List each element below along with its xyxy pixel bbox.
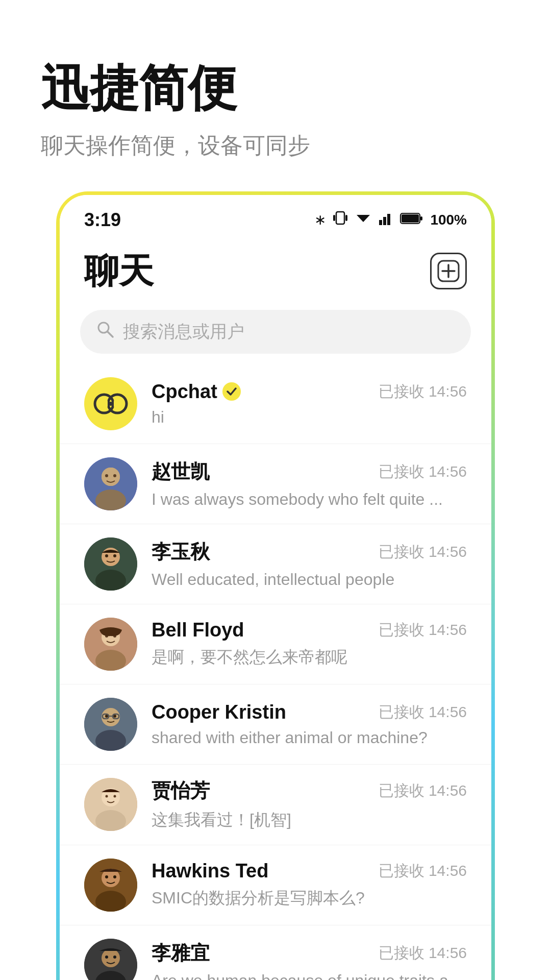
chat-content-hawkins: Hawkins Ted 已接收 14:56 SMIC的数据分析是写脚本么? (152, 860, 467, 910)
svg-point-24 (105, 474, 108, 477)
wifi-icon (355, 211, 372, 229)
svg-rect-18 (114, 400, 121, 408)
chat-name-li: 李玉秋 (152, 539, 210, 565)
svg-rect-4 (379, 220, 382, 225)
avatar-hawkins (84, 859, 137, 912)
avatar-bell (84, 618, 137, 671)
svg-rect-17 (101, 400, 108, 408)
svg-point-57 (105, 955, 108, 959)
chat-preview-cooper: shared with either animal or machine? (152, 728, 467, 747)
bluetooth-icon: ∗ (314, 211, 326, 228)
verified-badge-cpchat (222, 382, 241, 401)
chat-list: Cpchat 已接收 14:56 hi (60, 364, 491, 980)
avatar-cooper (84, 698, 137, 751)
chat-name-jia: 贾怡芳 (152, 778, 210, 804)
add-chat-button[interactable] (430, 253, 467, 289)
avatar-jia (84, 778, 137, 831)
svg-point-30 (113, 554, 116, 557)
chat-content-cooper: Cooper Kristin 已接收 14:56 shared with eit… (152, 701, 467, 747)
svg-rect-2 (345, 215, 347, 221)
svg-rect-1 (333, 215, 335, 221)
status-icons: ∗ (314, 210, 467, 230)
chat-preview-liya: Are we human because of unique traits an… (152, 971, 467, 980)
chat-time-li: 已接收 14:56 (379, 542, 467, 562)
svg-point-58 (113, 955, 116, 959)
chat-name-cooper: Cooper Kristin (152, 701, 286, 723)
status-bar: 3:19 ∗ (60, 195, 491, 236)
chat-content-cpchat: Cpchat 已接收 14:56 hi (152, 381, 467, 427)
svg-marker-3 (357, 215, 370, 222)
signal-icon (379, 211, 393, 229)
avatar-cpchat (84, 377, 137, 430)
chat-name-hawkins: Hawkins Ted (152, 860, 268, 882)
chat-item-cooper[interactable]: Cooper Kristin 已接收 14:56 shared with eit… (60, 684, 491, 765)
chat-item-li[interactable]: 李玉秋 已接收 14:56 Well educated, intellectua… (60, 524, 491, 604)
chat-preview-zhao: I was always somebody who felt quite ... (152, 490, 467, 509)
chat-content-liya: 李雅宜 已接收 14:56 Are we human because of un… (152, 940, 467, 980)
chat-item-jia[interactable]: 贾怡芳 已接收 14:56 这集我看过！[机智] (60, 765, 491, 845)
status-time: 3:19 (84, 209, 121, 231)
svg-point-48 (114, 795, 116, 798)
chat-item-zhao[interactable]: 赵世凯 已接收 14:56 I was always somebody who … (60, 444, 491, 524)
page-subtitle: 聊天操作简便，设备可同步 (41, 131, 510, 161)
chat-preview-li: Well educated, intellectual people (152, 570, 467, 589)
app-header: 聊天 (60, 236, 491, 305)
search-icon (96, 321, 114, 342)
svg-point-47 (106, 795, 108, 798)
chat-time-liya: 已接收 14:56 (379, 943, 467, 964)
phone-screen: 3:19 ∗ (60, 195, 491, 980)
battery-icon (400, 212, 423, 228)
svg-point-53 (113, 875, 116, 878)
svg-rect-8 (402, 214, 419, 223)
app-title: 聊天 (84, 248, 154, 295)
avatar-li (84, 537, 137, 591)
chat-item-hawkins[interactable]: Hawkins Ted 已接收 14:56 SMIC的数据分析是写脚本么? (60, 845, 491, 925)
search-bar[interactable]: 搜索消息或用户 (80, 310, 471, 354)
vibrate-icon (333, 210, 347, 230)
chat-preview-hawkins: SMIC的数据分析是写脚本么? (152, 887, 467, 910)
chat-time-hawkins: 已接收 14:56 (379, 861, 467, 881)
chat-top-row: Cpchat 已接收 14:56 (152, 381, 467, 403)
chat-time-jia: 已接收 14:56 (379, 780, 467, 801)
svg-rect-6 (387, 214, 390, 225)
chat-content-zhao: 赵世凯 已接收 14:56 I was always somebody who … (152, 459, 467, 509)
chat-content-jia: 贾怡芳 已接收 14:56 这集我看过！[机智] (152, 778, 467, 831)
svg-rect-5 (383, 217, 386, 225)
chat-content-bell: Bell Floyd 已接收 14:56 是啊，要不然怎么来帝都呢 (152, 619, 467, 669)
svg-point-55 (102, 949, 120, 967)
page-title: 迅捷简便 (41, 61, 510, 115)
chat-preview-jia: 这集我看过！[机智] (152, 809, 467, 831)
svg-point-37 (102, 708, 120, 726)
chat-time-bell: 已接收 14:56 (379, 620, 467, 641)
avatar-liya (84, 939, 137, 980)
chat-time-zhao: 已接收 14:56 (379, 461, 467, 482)
chat-preview-bell: 是啊，要不然怎么来帝都呢 (152, 646, 467, 669)
svg-line-14 (108, 332, 113, 337)
chat-name-cpchat: Cpchat (152, 381, 241, 403)
chat-item-bell[interactable]: Bell Floyd 已接收 14:56 是啊，要不然怎么来帝都呢 (60, 604, 491, 684)
chat-content-li: 李玉秋 已接收 14:56 Well educated, intellectua… (152, 539, 467, 589)
svg-point-23 (102, 468, 120, 486)
chat-time-cooper: 已接收 14:56 (379, 702, 467, 723)
chat-name-zhao: 赵世凯 (152, 459, 210, 485)
chat-time-cpchat: 已接收 14:56 (379, 381, 467, 402)
chat-name-liya: 李雅宜 (152, 940, 210, 966)
svg-point-19 (109, 402, 113, 406)
page-header: 迅捷简便 聊天操作简便，设备可同步 (0, 0, 551, 191)
chat-item-cpchat[interactable]: Cpchat 已接收 14:56 hi (60, 364, 491, 444)
search-placeholder-text: 搜索消息或用户 (123, 320, 244, 344)
chat-preview-cpchat: hi (152, 408, 467, 427)
svg-rect-9 (420, 216, 422, 220)
svg-rect-0 (336, 212, 344, 224)
svg-point-29 (105, 554, 108, 557)
svg-point-25 (113, 474, 116, 477)
chat-name-bell: Bell Floyd (152, 619, 244, 641)
battery-percent: 100% (430, 212, 467, 228)
chat-item-liya[interactable]: 李雅宜 已接收 14:56 Are we human because of un… (60, 925, 491, 980)
phone-frame: 3:19 ∗ (56, 191, 495, 980)
svg-point-52 (105, 875, 108, 878)
avatar-zhao (84, 457, 137, 510)
